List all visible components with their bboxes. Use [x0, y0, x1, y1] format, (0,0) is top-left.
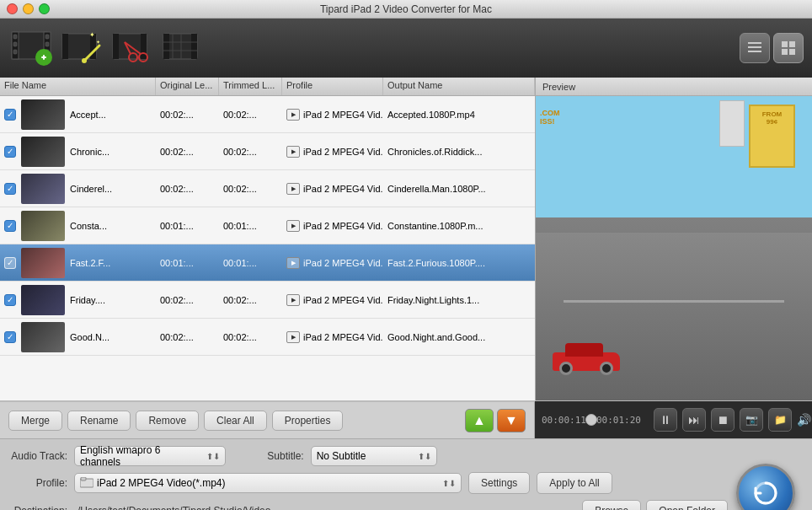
file-output-name: Good.Night.and.Good... [383, 330, 535, 344]
file-thumbnail [21, 322, 65, 352]
destination-path: /Users/test/Documents/Tipard Studio/Vide… [77, 505, 270, 510]
file-checkbox[interactable]: ✓ [4, 331, 16, 343]
file-checkbox[interactable]: ✓ [4, 183, 16, 195]
properties-button[interactable]: Properties [272, 411, 344, 431]
main-content: File Name Original Le... Trimmed L... Pr… [0, 78, 812, 400]
file-checkbox[interactable]: ✓ [4, 146, 16, 158]
volume-icon: 🔊 [797, 413, 811, 427]
minimize-button[interactable] [23, 3, 34, 14]
profile-select[interactable]: iPad 2 MPEG4 Video(*.mp4) ⬆⬇ [74, 473, 462, 493]
clip-button[interactable] [110, 25, 155, 71]
col-header-filename: File Name [0, 78, 156, 95]
svg-rect-7 [45, 42, 49, 46]
file-output-name: Fast.2.Furious.1080P.... [383, 256, 535, 270]
file-original-length: 00:02:... [156, 182, 219, 196]
svg-rect-6 [45, 35, 49, 39]
file-original-length: 00:01:... [156, 256, 219, 270]
file-name-cell: ✓ Accept... [0, 98, 156, 132]
effect-button[interactable] [160, 25, 206, 71]
grid-view-button[interactable] [773, 33, 804, 63]
file-controls: Merge Rename Remove Clear All Properties… [0, 401, 535, 438]
rename-button[interactable]: Rename [67, 411, 131, 431]
file-profile: ▶ iPad 2 MPEG4 Vid... [282, 107, 383, 122]
file-trimmed-length: 00:01:... [219, 219, 282, 233]
settings-button[interactable]: Settings [468, 472, 530, 494]
file-name: Good.N... [70, 332, 110, 342]
file-trimmed-length: 00:01:... [219, 256, 282, 270]
profile-icon: ▶ [286, 146, 300, 158]
move-up-button[interactable]: ▲ [465, 409, 494, 432]
apply-to-all-button[interactable]: Apply to All [537, 472, 612, 494]
merge-button[interactable]: Merge [8, 411, 62, 431]
audio-track-label: Audio Track: [8, 450, 67, 462]
file-thumbnail [21, 211, 65, 241]
folder-button[interactable]: 📁 [768, 408, 792, 432]
profile-icon: ▶ [286, 294, 300, 306]
svg-text:✦: ✦ [96, 40, 100, 45]
edit-button[interactable]: ✦ ✦ [59, 25, 104, 71]
file-output-name: Chronicles.of.Riddick... [383, 145, 535, 158]
subtitle-arrow: ⬆⬇ [418, 452, 431, 461]
add-video-button[interactable] [8, 25, 54, 71]
svg-rect-21 [141, 34, 147, 59]
svg-rect-37 [789, 41, 795, 47]
file-profile: ▶ iPad 2 MPEG4 Vid... [282, 255, 383, 271]
table-row[interactable]: ✓ Accept... 00:02:... 00:02:... ▶ iPad 2… [0, 96, 535, 133]
file-original-length: 00:01:... [156, 219, 219, 233]
profile-icon: ▶ [286, 257, 300, 269]
file-checkbox[interactable]: ✓ [4, 257, 16, 269]
stop-button[interactable]: ⏹ [711, 408, 735, 432]
file-output-name: Accepted.1080P.mp4 [383, 108, 535, 121]
col-header-original: Original Le... [156, 78, 219, 95]
svg-rect-34 [748, 46, 761, 48]
browse-button[interactable]: Browse [582, 500, 641, 510]
file-checkbox[interactable]: ✓ [4, 220, 16, 232]
table-row[interactable]: ✓ Good.N... 00:02:... 00:02:... ▶ iPad 2… [0, 319, 535, 356]
file-output-name: Friday.Night.Lights.1... [383, 293, 535, 307]
svg-rect-28 [191, 34, 197, 59]
audio-track-select[interactable]: English wmapro 6 channels ⬆⬇ [74, 446, 226, 466]
navigation-buttons: ▲ ▼ [465, 409, 526, 432]
remove-button[interactable]: Remove [136, 411, 199, 431]
clear-all-button[interactable]: Clear All [204, 411, 267, 431]
table-row[interactable]: ✓ Chronic... 00:02:... 00:02:... ▶ iPad … [0, 133, 535, 170]
table-row[interactable]: ✓ Consta... 00:01:... 00:01:... ▶ iPad 2… [0, 207, 535, 244]
convert-button[interactable] [736, 464, 795, 510]
profile-value: iPad 2 MPEG4 Video(*.mp4) [97, 477, 226, 489]
subtitle-value: No Subtitle [317, 450, 366, 462]
convert-area [736, 446, 804, 510]
list-view-button[interactable] [740, 33, 770, 63]
table-row[interactable]: ✓ Cinderel... 00:02:... 00:02:... ▶ iPad… [0, 170, 535, 207]
file-original-length: 00:02:... [156, 293, 219, 307]
file-checkbox[interactable]: ✓ [4, 109, 16, 121]
file-name: Consta... [70, 221, 107, 231]
table-row[interactable]: ✓ Fast.2.F... 00:01:... 00:01:... ▶ iPad… [0, 244, 535, 282]
destination-label: Destination: [8, 505, 67, 510]
file-trimmed-length: 00:02:... [219, 145, 282, 158]
move-down-button[interactable]: ▼ [497, 409, 526, 432]
profile-arrow: ⬆⬇ [442, 479, 456, 488]
close-button[interactable] [7, 3, 18, 14]
open-folder-button[interactable]: Open Folder [646, 500, 728, 510]
window-title: Tipard iPad 2 Video Converter for Mac [320, 3, 492, 15]
svg-rect-35 [748, 51, 761, 52]
next-frame-button[interactable]: ⏭ [682, 408, 706, 432]
svg-rect-11 [43, 55, 45, 60]
screenshot-button[interactable]: 📷 [740, 408, 763, 432]
svg-rect-41 [81, 477, 86, 480]
file-name: Cinderel... [70, 184, 112, 194]
pause-button[interactable]: ⏸ [654, 408, 677, 432]
window-controls [7, 3, 50, 14]
destination-row: Destination: /Users/test/Documents/Tipar… [8, 500, 728, 510]
table-row[interactable]: ✓ Friday.... 00:02:... 00:02:... ▶ iPad … [0, 282, 535, 319]
svg-rect-13 [62, 34, 68, 59]
subtitle-select[interactable]: No Subtitle ⬆⬇ [311, 446, 437, 466]
maximize-button[interactable] [39, 3, 50, 14]
file-original-length: 00:02:... [156, 330, 219, 344]
file-checkbox[interactable]: ✓ [4, 294, 16, 306]
file-list-body[interactable]: ✓ Accept... 00:02:... 00:02:... ▶ iPad 2… [0, 96, 535, 400]
file-list-container: File Name Original Le... Trimmed L... Pr… [0, 78, 536, 400]
file-output-name: Constantine.1080P.m... [383, 219, 535, 233]
svg-point-16 [82, 58, 87, 63]
profile-icon: ▶ [286, 183, 300, 195]
